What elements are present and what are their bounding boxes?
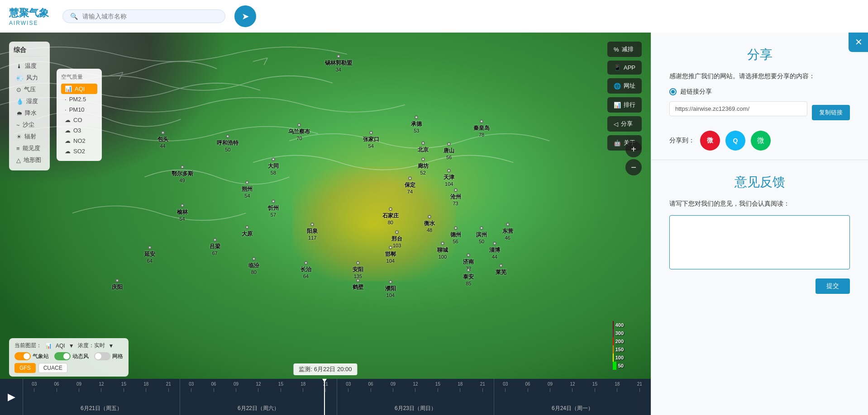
- wechat-button[interactable]: 微: [751, 131, 771, 151]
- cuace-button[interactable]: CUACE: [38, 363, 67, 373]
- legend-color-150: [613, 345, 614, 354]
- city-marker[interactable]: 张家口 54: [363, 131, 379, 148]
- city-marker[interactable]: 沧州 73: [450, 188, 461, 206]
- search-bar[interactable]: 🔍: [62, 9, 225, 23]
- close-button[interactable]: ✕: [849, 33, 868, 52]
- panel-item-terrain[interactable]: △ 地形图: [14, 154, 45, 166]
- search-icon: 🔍: [70, 13, 78, 20]
- city-marker[interactable]: 延安 64: [144, 245, 155, 263]
- panel-item-pressure[interactable]: ⊙ 气压: [14, 84, 45, 95]
- city-marker[interactable]: 朔州 54: [242, 180, 253, 198]
- feedback-textarea[interactable]: [669, 215, 850, 269]
- panel-item-temp[interactable]: 🌡 温度: [14, 60, 45, 72]
- grid-toggle[interactable]: [94, 352, 110, 360]
- url-button[interactable]: 🌐 网址: [607, 78, 642, 94]
- city-marker[interactable]: 锡林郭勒盟 34: [325, 54, 352, 72]
- city-marker[interactable]: 榆林 54: [177, 203, 188, 221]
- copy-button[interactable]: 复制链接: [812, 105, 850, 120]
- location-button[interactable]: ➤: [234, 5, 256, 27]
- zoom-out-button[interactable]: −: [625, 159, 642, 175]
- city-marker[interactable]: 德州 56: [450, 226, 461, 244]
- city-marker[interactable]: 鄂尔多斯 49: [172, 165, 193, 183]
- humidity-icon: 💧: [16, 98, 24, 105]
- app-button[interactable]: 📱 APP: [607, 61, 642, 75]
- share-radio[interactable]: [669, 88, 677, 95]
- ranking-button[interactable]: 📊 排行: [607, 97, 642, 113]
- wind-toggle[interactable]: [54, 352, 71, 360]
- pm25-icon: ·: [65, 96, 67, 103]
- emission-button[interactable]: % 减排: [607, 42, 642, 57]
- city-marker[interactable]: 忻州 57: [268, 200, 279, 217]
- city-marker[interactable]: 包头 44: [157, 131, 168, 148]
- toggle-wind[interactable]: 动态风: [54, 352, 89, 360]
- panel-item-rain[interactable]: 🌧 降水: [14, 107, 45, 119]
- panel-item-dust[interactable]: ~ 沙尘: [14, 119, 45, 131]
- city-marker[interactable]: 东营 46: [502, 222, 513, 240]
- city-marker[interactable]: 聊城 100: [437, 242, 448, 259]
- panel-item-visibility[interactable]: ≡ 能见度: [14, 142, 45, 154]
- city-dot: [297, 123, 301, 127]
- timeline-content[interactable]: 03 06 09 12 15 18 21: [23, 379, 651, 415]
- city-marker[interactable]: 大同 58: [268, 158, 279, 175]
- weibo-button[interactable]: 微: [700, 131, 720, 151]
- city-marker[interactable]: 石家庄 80: [382, 208, 399, 225]
- monitor-text: 监测: 6月22日 20:00: [299, 366, 352, 373]
- aq-item-o3[interactable]: ☁ O3: [61, 125, 97, 136]
- gfs-button[interactable]: GFS: [14, 363, 36, 373]
- no2-icon: ☁: [65, 137, 71, 144]
- layer-label: 当前图层：: [14, 342, 42, 349]
- aq-item-so2[interactable]: ☁ SO2: [61, 146, 97, 156]
- share-icon: ◁: [614, 121, 618, 127]
- timeline-cursor: [324, 379, 325, 415]
- city-marker[interactable]: 吕梁 67: [210, 238, 220, 255]
- panel-item-radiation[interactable]: ☀ 辐射: [14, 131, 45, 142]
- city-marker[interactable]: 安阳 135: [353, 261, 363, 278]
- station-toggle[interactable]: [14, 352, 31, 360]
- city-marker[interactable]: 衡水 48: [424, 215, 435, 233]
- city-marker[interactable]: 廊坊 52: [418, 158, 429, 175]
- city-marker[interactable]: 呼和浩特 50: [217, 135, 238, 152]
- radiation-icon: ☀: [16, 133, 22, 140]
- zoom-in-button[interactable]: +: [625, 141, 642, 157]
- toggle-station[interactable]: 气象站: [14, 352, 49, 360]
- share-button[interactable]: ◁ 分享: [607, 116, 642, 132]
- city-marker[interactable]: 天津 104: [444, 169, 454, 187]
- aq-item-no2[interactable]: ☁ NO2: [61, 136, 97, 146]
- city-marker[interactable]: 邯郸 104: [385, 245, 396, 263]
- aq-item-aqi[interactable]: 📊 AQI: [61, 84, 97, 94]
- bottom-controls: 当前图层： 📊 AQI ▼ 浓度：实时 ▼ 气象站 动态风 网格: [9, 338, 129, 377]
- panel-item-humidity[interactable]: 💧 湿度: [14, 95, 45, 107]
- city-value: 104: [386, 258, 395, 263]
- city-marker[interactable]: 临汾 80: [248, 257, 259, 275]
- city-marker[interactable]: 大原: [242, 225, 253, 237]
- city-marker[interactable]: 莱芜: [496, 264, 506, 276]
- city-marker[interactable]: 阳泉 117: [307, 222, 318, 240]
- toggle-grid[interactable]: 网格: [94, 352, 123, 360]
- city-marker[interactable]: 泰安 85: [463, 269, 474, 286]
- city-marker[interactable]: 濮阳 104: [385, 280, 396, 297]
- city-marker[interactable]: 唐山 56: [444, 142, 454, 160]
- city-marker[interactable]: 秦皇岛 78: [473, 119, 490, 137]
- logo-area: 慧聚气象 AIRWISE: [9, 6, 49, 26]
- city-marker[interactable]: 乌兰察布 70: [288, 123, 310, 141]
- city-marker[interactable]: 承德 53: [411, 116, 422, 133]
- city-marker[interactable]: 淄博 44: [489, 242, 500, 259]
- play-button[interactable]: ▶: [0, 379, 23, 415]
- city-name: 朔州: [242, 185, 253, 193]
- city-marker[interactable]: 保定 74: [405, 177, 415, 194]
- aq-item-pm25[interactable]: · PM2.5: [61, 94, 97, 104]
- city-marker[interactable]: 庆阳: [112, 279, 123, 291]
- city-marker[interactable]: 北京: [418, 141, 429, 153]
- qq-button[interactable]: Q: [725, 131, 745, 151]
- search-input[interactable]: [82, 13, 209, 20]
- timeline-day-label-2: 6月22日（周六）: [238, 405, 279, 412]
- submit-button[interactable]: 提交: [816, 278, 850, 294]
- aq-item-co[interactable]: ☁ CO: [61, 115, 97, 125]
- city-marker[interactable]: 鹤壁: [353, 279, 363, 291]
- aq-item-pm10[interactable]: · PM10: [61, 104, 97, 115]
- city-name: 滨州: [476, 231, 487, 239]
- city-dot: [395, 230, 399, 234]
- city-marker[interactable]: 滨州 50: [476, 226, 487, 244]
- city-marker[interactable]: 长治 64: [300, 261, 311, 278]
- panel-item-wind[interactable]: 💨 风力: [14, 72, 45, 84]
